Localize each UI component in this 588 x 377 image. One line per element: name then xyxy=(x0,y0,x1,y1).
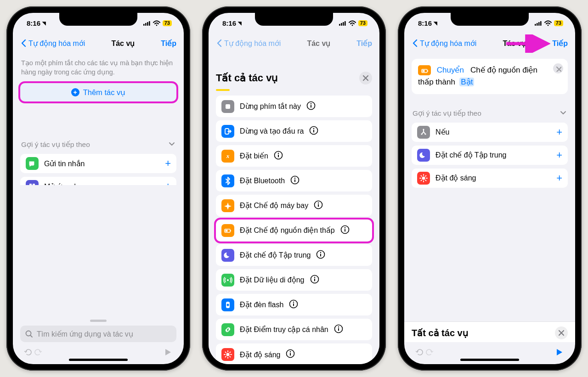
action-text-2: thấp thành xyxy=(418,78,455,86)
suggestion-row[interactable]: Đặt độ sáng+ xyxy=(412,169,568,188)
redo-button[interactable] xyxy=(33,348,42,359)
action-row[interactable]: Đặt độ sáng xyxy=(216,343,372,364)
add-icon[interactable]: + xyxy=(556,172,562,184)
action-row[interactable]: Đặt Chế độ máy bay xyxy=(216,195,372,217)
bt-icon xyxy=(221,174,234,187)
action-label: Dừng phím tắt này xyxy=(240,102,301,111)
add-action-label: Thêm tác vụ xyxy=(83,88,126,97)
remove-action-button[interactable] xyxy=(553,63,563,73)
flash-icon xyxy=(221,298,234,311)
suggestions-header: Gợi ý tác vụ tiếp theo xyxy=(21,141,90,149)
notch xyxy=(59,13,137,26)
var-icon xyxy=(221,150,234,163)
notch xyxy=(451,13,529,26)
nav-bar: Tự động hóa mới Tác vụ Tiếp xyxy=(13,33,184,53)
info-button[interactable] xyxy=(310,275,319,286)
nav-bar: Tự động hóa mới Tác vụ Tiếp xyxy=(209,33,379,53)
collapse-button[interactable] xyxy=(560,109,567,118)
action-row[interactable]: Dừng phím tắt này xyxy=(216,96,372,118)
next-button[interactable]: Tiếp xyxy=(356,39,372,48)
back-label: Tự động hóa mới xyxy=(420,39,476,48)
plus-icon: + xyxy=(71,88,79,96)
suggestion-row[interactable]: Gửi tin nhắn+ xyxy=(20,154,176,173)
lowp-icon xyxy=(221,224,234,237)
undo-button[interactable] xyxy=(415,348,424,359)
action-text-1: Chế độ nguồn điện xyxy=(470,66,537,74)
action-row[interactable]: Đặt Bluetooth xyxy=(216,170,372,192)
status-time: 8:16 xyxy=(222,19,236,27)
action-label: Đặt Chế độ nguồn điện thấp xyxy=(240,226,335,235)
all-actions-title: Tất cả tác vụ xyxy=(412,327,469,338)
moon-icon xyxy=(417,149,430,162)
suggestion-label: Đặt độ sáng xyxy=(435,174,476,182)
status-time: 8:16 xyxy=(418,19,432,27)
info-button[interactable] xyxy=(274,151,283,162)
back-button[interactable]: Tự động hóa mới xyxy=(20,39,85,48)
info-button[interactable] xyxy=(289,299,298,310)
exit-icon xyxy=(221,125,234,138)
collapse-button[interactable] xyxy=(168,140,175,149)
suggestion-label: Gửi tin nhắn xyxy=(44,159,85,168)
suggestion-row[interactable]: Nếu+ xyxy=(412,123,568,142)
signal-icon xyxy=(535,20,542,26)
nav-title: Tác vụ xyxy=(111,39,135,48)
battery-indicator: 73 xyxy=(358,20,368,26)
action-row[interactable]: Đặt chế độ Tập trung xyxy=(216,244,372,266)
token-value[interactable]: Bật xyxy=(459,78,474,86)
action-card[interactable]: Chuyển Chế độ nguồn điện thấp thành Bật xyxy=(412,59,568,94)
suggestion-row[interactable]: Đặt chế độ Tập trung+ xyxy=(412,146,568,165)
message-icon xyxy=(26,157,39,170)
chevron-left-icon xyxy=(412,39,418,47)
close-button[interactable] xyxy=(555,326,568,339)
redo-button[interactable] xyxy=(424,348,434,359)
action-label: Đặt đèn flash xyxy=(240,300,283,309)
bright-icon xyxy=(417,172,430,185)
phone-2: 8:16◥ 73 Tự động hóa mới Tác vụ Tiếp Tất… xyxy=(202,6,386,371)
home-indicator[interactable] xyxy=(69,359,128,361)
token-operation[interactable]: Chuyển xyxy=(437,66,464,74)
add-icon[interactable]: + xyxy=(556,126,562,138)
suggestion-row[interactable]: Mở ứng dụng+ xyxy=(20,177,176,185)
info-button[interactable] xyxy=(309,126,318,137)
play-button[interactable] xyxy=(555,348,564,359)
info-button[interactable] xyxy=(286,349,295,360)
close-button[interactable] xyxy=(359,72,372,84)
info-button[interactable] xyxy=(290,175,300,186)
info-button[interactable] xyxy=(340,225,350,236)
action-label: Đặt Điểm truy cập cá nhân xyxy=(240,325,328,334)
wifi-icon xyxy=(153,20,160,26)
info-button[interactable] xyxy=(314,200,323,211)
action-label: Đặt Chế độ máy bay xyxy=(240,201,308,210)
sheet-title: Tất cả tác vụ xyxy=(216,72,278,84)
action-row[interactable]: Đặt Điểm truy cập cá nhân xyxy=(216,319,372,341)
suggestions-header: Gợi ý tác vụ tiếp theo xyxy=(413,109,481,118)
undo-button[interactable] xyxy=(24,348,33,359)
info-button[interactable] xyxy=(316,250,325,261)
suggestion-label: Nếu xyxy=(435,128,449,136)
info-button[interactable] xyxy=(306,101,316,112)
action-label: Đặt chế độ Tập trung xyxy=(240,251,311,259)
next-button[interactable]: Tiếp xyxy=(161,39,176,48)
next-button[interactable]: Tiếp xyxy=(552,39,568,48)
play-button[interactable] xyxy=(164,348,173,359)
search-field[interactable]: Tìm kiếm ứng dụng và tác vụ xyxy=(20,326,176,342)
info-button[interactable] xyxy=(334,324,343,335)
action-row[interactable]: Đặt Dữ liệu di động xyxy=(216,269,372,291)
location-icon: ◥ xyxy=(434,21,437,26)
home-indicator[interactable] xyxy=(460,359,519,361)
add-action-button[interactable]: + Thêm tác vụ xyxy=(20,83,176,101)
action-label: Dừng và tạo đầu ra xyxy=(240,127,304,135)
back-button[interactable]: Tự động hóa mới xyxy=(216,39,281,48)
action-label: Đặt biến xyxy=(240,152,268,160)
all-actions-bar[interactable]: Tất cả tác vụ xyxy=(404,321,575,342)
action-row[interactable]: Đặt Chế độ nguồn điện thấp xyxy=(216,219,372,242)
search-placeholder: Tìm kiếm ứng dụng và tác vụ xyxy=(37,330,133,338)
back-button[interactable]: Tự động hóa mới xyxy=(412,39,476,48)
add-icon[interactable]: + xyxy=(556,149,562,161)
action-row[interactable]: Đặt đèn flash xyxy=(216,294,372,316)
location-icon: ◥ xyxy=(42,21,46,26)
add-icon[interactable]: + xyxy=(165,158,171,169)
add-icon[interactable]: + xyxy=(165,180,171,185)
action-row[interactable]: Dừng và tạo đầu ra xyxy=(216,120,372,142)
action-row[interactable]: Đặt biến xyxy=(216,145,372,167)
